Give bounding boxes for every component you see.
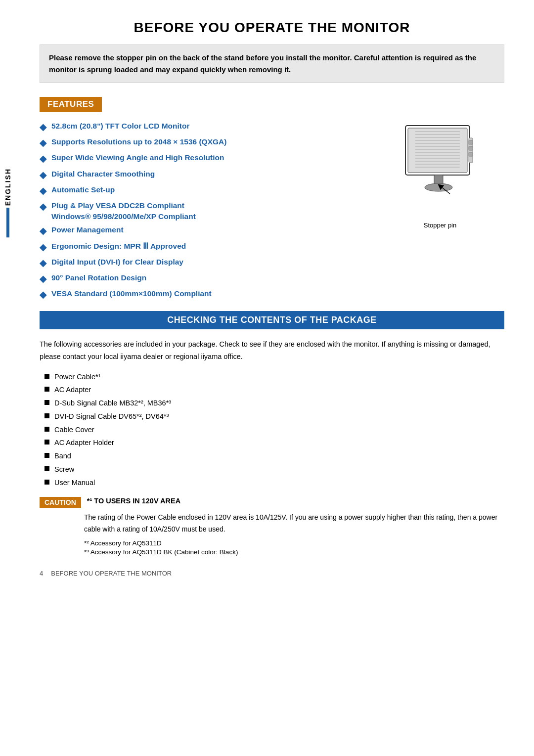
feature-item: ◆52.8cm (20.8") TFT Color LCD Monitor — [40, 121, 376, 133]
features-area: ◆52.8cm (20.8") TFT Color LCD Monitor◆Su… — [40, 121, 504, 304]
footnote3: *³ Accessory for AQ5311D BK (Cabinet col… — [84, 548, 504, 556]
caution-body: The rating of the Power Cable enclosed i… — [84, 512, 504, 535]
svg-rect-18 — [469, 140, 473, 144]
feature-item: ◆Automatic Set-up — [40, 184, 376, 197]
package-list: Power Cable*¹AC AdapterD-Sub Signal Cabl… — [44, 372, 504, 489]
package-item: D-Sub Signal Cable MB32*², MB36*³ — [44, 398, 504, 409]
monitor-illustration — [391, 121, 490, 220]
svg-rect-19 — [469, 146, 473, 150]
footer-text: BEFORE YOU OPERATE THE MONITOR — [51, 570, 172, 577]
feature-item: ◆Super Wide Viewing Angle and High Resol… — [40, 152, 376, 165]
feature-item: ◆Plug & Play VESA DDC2B CompliantWindows… — [40, 200, 376, 222]
feature-item: ◆Digital Character Smoothing — [40, 169, 376, 181]
package-item: Band — [44, 451, 504, 462]
monitor-image-col: Stopper pin — [376, 121, 504, 304]
svg-point-16 — [425, 183, 452, 191]
features-list-col: ◆52.8cm (20.8") TFT Color LCD Monitor◆Su… — [40, 121, 376, 304]
feature-item: ◆VESA Standard (100mm×100mm) Compliant — [40, 288, 376, 301]
package-item: Cable Cover — [44, 425, 504, 436]
warning-box: Please remove the stopper pin on the bac… — [40, 44, 504, 83]
page-title: BEFORE YOU OPERATE THE MONITOR — [40, 20, 504, 36]
caution-badge: CAUTION — [40, 497, 81, 508]
package-item: Power Cable*¹ — [44, 372, 504, 383]
feature-item: ◆Digital Input (DVI-I) for Clear Display — [40, 257, 376, 269]
package-item: AC Adapter Holder — [44, 438, 504, 448]
package-intro: The following accessories are included i… — [40, 338, 504, 362]
feature-item: ◆Supports Resolutions up to 2048 × 1536 … — [40, 136, 376, 149]
package-item: Screw — [44, 464, 504, 475]
stopper-pin-label: Stopper pin — [424, 222, 457, 229]
package-item: User Manual — [44, 478, 504, 489]
feature-item: ◆Ergonomic Design: MPR Ⅲ Approved — [40, 241, 376, 254]
features-list: ◆52.8cm (20.8") TFT Color LCD Monitor◆Su… — [40, 121, 376, 301]
page-number: 4 — [40, 570, 43, 577]
package-item: AC Adapter — [44, 385, 504, 396]
package-item: DVI-D Signal Cable DV65*², DV64*³ — [44, 411, 504, 422]
english-label: ENGLISH — [4, 168, 12, 237]
feature-item: ◆Power Management — [40, 224, 376, 237]
footnote2: *² Accessory for AQ5311D — [84, 539, 504, 547]
caution-row: CAUTION *¹ TO USERS IN 120V AREA — [40, 497, 504, 508]
features-header: FEATURES — [40, 97, 504, 121]
checking-header: CHECKING THE CONTENTS OF THE PACKAGE — [40, 311, 504, 329]
svg-rect-20 — [469, 152, 473, 156]
caution-title: *¹ TO USERS IN 120V AREA — [87, 497, 180, 505]
page-footer: 4 BEFORE YOU OPERATE THE MONITOR — [40, 570, 504, 577]
feature-item: ◆90° Panel Rotation Design — [40, 272, 376, 285]
